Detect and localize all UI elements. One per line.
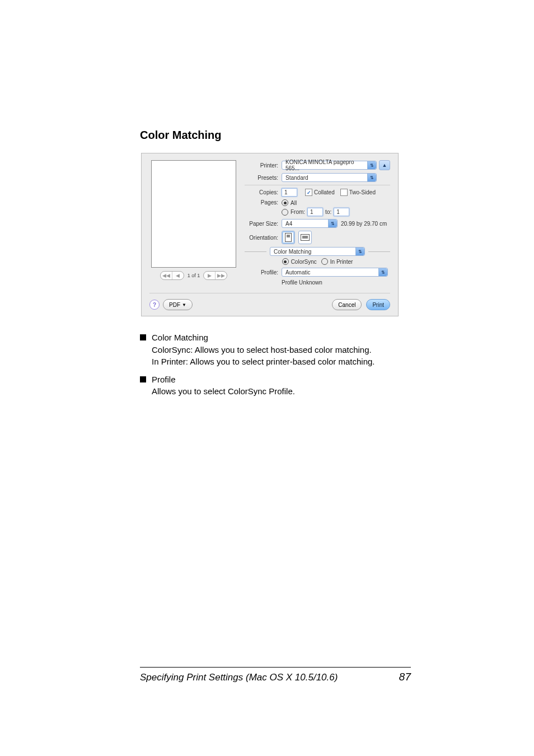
collated-label: Collated (314, 189, 335, 195)
square-bullet-icon (140, 376, 146, 382)
page-navigator: ◀◀ ◀ 1 of 1 ▶ ▶▶ (160, 271, 228, 280)
twosided-label: Two-Sided (349, 189, 376, 195)
profile-value: Automatic (285, 269, 310, 276)
presets-value: Standard (285, 175, 308, 181)
printer-select[interactable]: KONICA MINOLTA pagepro 565... ⇅ (282, 161, 377, 170)
dropdown-arrows-icon: ⇅ (355, 248, 364, 255)
checkbox-off-icon (340, 189, 348, 196)
preview-column: ◀◀ ◀ 1 of 1 ▶ ▶▶ (149, 160, 238, 288)
dropdown-arrows-icon: ⇅ (367, 174, 376, 181)
item-title: Profile (152, 374, 400, 385)
page-preview (151, 160, 236, 268)
profile-label: Profile: (245, 269, 282, 276)
item-text: In Printer: Allows you to select printer… (152, 356, 400, 367)
profile-select[interactable]: Automatic ⇅ (282, 268, 388, 277)
copies-label: Copies: (245, 189, 282, 195)
last-page-button[interactable]: ▶▶ (216, 272, 227, 279)
inprinter-label: In Printer (330, 259, 353, 265)
profile-status: Profile Unknown (282, 279, 322, 286)
pdf-menu-button[interactable]: PDF ▼ (163, 299, 193, 310)
portrait-icon (285, 233, 292, 242)
pages-all-label: All (291, 200, 297, 206)
item-text: Allows you to select ColorSync Profile. (152, 386, 400, 397)
form-column: Printer: KONICA MINOLTA pagepro 565... ⇅… (245, 160, 390, 288)
orientation-label: Orientation: (245, 235, 282, 241)
item-title: Color Matching (152, 332, 400, 343)
printer-value: KONICA MINOLTA pagepro 565... (285, 159, 366, 171)
pages-all-radio[interactable] (282, 199, 288, 206)
next-page-button[interactable]: ▶ (204, 272, 216, 279)
checkbox-on-icon: ✓ (305, 189, 312, 196)
orientation-landscape-button[interactable] (298, 231, 312, 244)
footer-title: Specifying Print Settings (Mac OS X 10.5… (140, 672, 338, 683)
presets-select[interactable]: Standard ⇅ (282, 173, 377, 182)
inprinter-radio[interactable] (321, 258, 328, 265)
dropdown-arrows-icon: ⇅ (378, 268, 387, 276)
copies-input[interactable]: 1 (282, 188, 297, 197)
pane-select[interactable]: Color Matching ⇅ (270, 247, 365, 256)
papersize-select[interactable]: A4 ⇅ (282, 219, 338, 228)
papersize-dimensions: 20.99 by 29.70 cm (341, 221, 387, 227)
help-button[interactable]: ? (149, 300, 160, 310)
pages-from-label: From: (291, 209, 305, 215)
footer-page-number: 87 (399, 671, 411, 683)
dropdown-arrows-icon: ⇅ (328, 220, 337, 227)
cancel-button[interactable]: Cancel (332, 299, 362, 310)
section-title: Color Matching (140, 129, 400, 142)
prev-page-button[interactable]: ◀ (172, 272, 184, 279)
square-bullet-icon (140, 334, 146, 340)
print-dialog: ◀◀ ◀ 1 of 1 ▶ ▶▶ Printer: KONICA MINOLTA… (141, 153, 399, 316)
printer-label: Printer: (245, 162, 282, 169)
page-footer: Specifying Print Settings (Mac OS X 10.5… (140, 667, 411, 683)
twosided-checkbox[interactable]: Two-Sided (340, 189, 376, 196)
pages-range-radio[interactable] (282, 209, 288, 216)
pdf-label: PDF (169, 302, 180, 308)
colorsync-label: ColorSync (291, 259, 317, 265)
chevron-down-icon: ▼ (182, 302, 186, 307)
pages-from-input[interactable]: 1 (307, 208, 323, 216)
description-block: Color Matching ColorSync: Allows you to … (140, 332, 400, 398)
orientation-portrait-button[interactable] (282, 231, 295, 244)
colorsync-radio[interactable] (282, 258, 289, 265)
papersize-label: Paper Size: (245, 221, 282, 227)
dropdown-arrows-icon: ⇅ (367, 161, 376, 169)
papersize-value: A4 (285, 221, 292, 227)
pages-to-input[interactable]: 1 (334, 208, 349, 216)
pages-to-label: to: (325, 209, 331, 215)
pages-label: Pages: (245, 199, 282, 206)
landscape-icon (301, 234, 310, 241)
collated-checkbox[interactable]: ✓ Collated (305, 189, 335, 196)
item-text: ColorSync: Allows you to select host-bas… (152, 344, 400, 356)
pane-value: Color Matching (274, 249, 311, 255)
page-indicator: 1 of 1 (188, 273, 200, 278)
first-page-button[interactable]: ◀◀ (161, 272, 172, 279)
print-button[interactable]: Print (366, 299, 390, 310)
collapse-dialog-button[interactable]: ▲ (379, 160, 390, 170)
presets-label: Presets: (245, 175, 282, 181)
